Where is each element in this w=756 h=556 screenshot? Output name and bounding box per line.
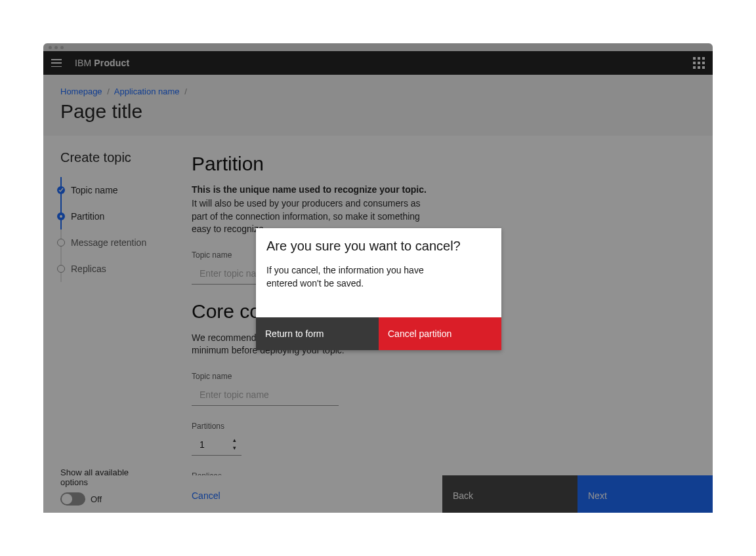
cancel-partition-button[interactable]: Cancel partition bbox=[379, 317, 501, 350]
modal-buttons: Return to form Cancel partition bbox=[256, 317, 501, 350]
cancel-confirm-modal: Are you sure you want to cancel? If you … bbox=[256, 228, 501, 350]
app-window: IBM Product Homepage / Application name … bbox=[43, 43, 713, 513]
modal-body: Are you sure you want to cancel? If you … bbox=[256, 228, 501, 317]
modal-text: If you cancel, the information you have … bbox=[266, 264, 430, 290]
modal-title: Are you sure you want to cancel? bbox=[266, 239, 491, 254]
return-to-form-button[interactable]: Return to form bbox=[256, 317, 379, 350]
